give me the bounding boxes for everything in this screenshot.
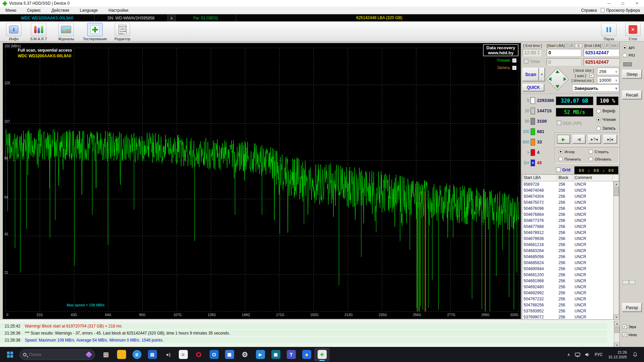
journals-button[interactable] bbox=[58, 23, 74, 36]
tray-expand-icon[interactable]: ∧ bbox=[565, 352, 573, 357]
media-volume-icon[interactable]: ◄) bbox=[160, 348, 175, 361]
settings-gear-icon[interactable]: ⚙ bbox=[237, 348, 253, 361]
store-icon[interactable]: ▤ bbox=[145, 348, 160, 361]
menu-help[interactable]: Справка bbox=[577, 8, 601, 13]
column-header-block[interactable]: Block bbox=[557, 175, 573, 181]
blue-app-icon[interactable]: ▦ bbox=[222, 348, 237, 361]
api-radio[interactable]: API bbox=[623, 46, 635, 50]
stop-button[interactable]: × bbox=[625, 23, 641, 36]
language-indicator[interactable]: РУС bbox=[592, 352, 605, 357]
log-scroll-up-icon[interactable]: ▲ bbox=[614, 321, 620, 326]
table-row[interactable]: 504674304256UNCR bbox=[522, 193, 613, 199]
end-lba-input[interactable]: 625142447 bbox=[584, 49, 619, 56]
menu-actions[interactable]: Действия bbox=[46, 8, 75, 13]
table-row[interactable]: 504677376256UNCR bbox=[522, 218, 613, 224]
remap-radio[interactable]: Починить bbox=[558, 157, 581, 161]
table-row[interactable]: 537693952256UNCR bbox=[522, 308, 613, 314]
sleep-button[interactable]: Sleep bbox=[622, 70, 642, 78]
write-radio[interactable]: Запись bbox=[596, 126, 615, 131]
start-lba-cur-button[interactable]: CUR bbox=[566, 43, 574, 48]
table-row[interactable]: 504768256256UNCR bbox=[522, 302, 613, 308]
drive-model-tab[interactable]: WDC WD3200AAKS-00L9A0 bbox=[0, 14, 95, 22]
read-checkbox[interactable]: ✓ bbox=[512, 58, 517, 63]
auto-checkbox[interactable]: ✓ bbox=[590, 73, 594, 77]
table-row[interactable]: 504681216256UNCR bbox=[522, 242, 613, 248]
menu-language[interactable]: Language bbox=[74, 8, 103, 13]
table-row[interactable]: 504676096256UNCR bbox=[522, 205, 613, 212]
block-size-select[interactable]: 256 bbox=[597, 68, 619, 75]
table-row[interactable]: 504677888256UNCR bbox=[522, 224, 613, 230]
seek-question-button[interactable]: ▸?◂ bbox=[588, 135, 601, 143]
table-row[interactable]: 504675072256UNCR bbox=[522, 199, 613, 205]
passp-button[interactable]: Passp bbox=[622, 303, 642, 312]
menu-settings[interactable]: Настройки bbox=[103, 8, 134, 13]
network-icon[interactable] bbox=[573, 352, 583, 357]
column-header-comment[interactable]: Comment bbox=[573, 175, 613, 181]
volume-icon[interactable] bbox=[583, 352, 592, 357]
table-row[interactable]: 504767232256UNCR bbox=[522, 296, 613, 302]
nav-down-icon[interactable] bbox=[555, 85, 559, 88]
grid-checkbox[interactable] bbox=[556, 168, 560, 172]
column-header-start-lba[interactable]: Start LBA bbox=[522, 175, 557, 181]
nav-left-icon[interactable] bbox=[548, 77, 551, 81]
mini-button-2[interactable] bbox=[629, 280, 635, 284]
table-row[interactable]: 504674048256UNCR bbox=[522, 187, 613, 193]
testing-button[interactable] bbox=[87, 23, 103, 36]
end-lba-max-button[interactable]: MAX bbox=[610, 43, 619, 48]
ignore-radio[interactable]: Игнор bbox=[558, 149, 575, 154]
tab-close-button[interactable]: x bbox=[168, 14, 176, 22]
play-back-button[interactable]: ◀ bbox=[573, 135, 585, 143]
info-button[interactable]: i bbox=[6, 23, 21, 36]
mini-button-1[interactable] bbox=[623, 280, 629, 284]
table-row[interactable]: 504676864256UNCR bbox=[522, 212, 613, 218]
table-row[interactable]: 504685824256UNCR bbox=[522, 260, 613, 266]
table-row[interactable]: 504692992256UNCR bbox=[522, 290, 613, 296]
scan-dropdown-button[interactable]: ▾ bbox=[539, 68, 545, 81]
end-lba-cur-button[interactable]: CUR bbox=[601, 43, 610, 48]
smart-button[interactable] bbox=[31, 23, 46, 36]
edge-browser-icon[interactable]: e bbox=[129, 348, 145, 361]
maximize-button[interactable]: □ bbox=[616, 1, 630, 6]
menu-menu[interactable]: Меню bbox=[0, 8, 21, 13]
defender-shield-icon[interactable]: ◆ bbox=[299, 348, 314, 361]
quick-button[interactable]: QUICK bbox=[523, 84, 544, 91]
end-action-select[interactable]: Завершить bbox=[572, 84, 619, 92]
start-lba-input[interactable]: 0 bbox=[547, 49, 581, 56]
play-forward-button[interactable]: ▶ bbox=[557, 135, 570, 143]
tray-clock[interactable]: 21:26 31.12.2025 bbox=[605, 350, 630, 359]
minimize-button[interactable]: ─ bbox=[602, 1, 616, 6]
ddd-api-checkbox[interactable] bbox=[557, 121, 561, 125]
outlook-icon[interactable]: O bbox=[206, 348, 222, 361]
scrollbar-thumb[interactable] bbox=[614, 187, 619, 196]
end-time-spinner[interactable]: 12:00▲▼ bbox=[523, 49, 541, 56]
victoria-app-icon[interactable]: + bbox=[314, 348, 330, 361]
table-row[interactable]: 504692480256UNCR bbox=[522, 284, 613, 290]
table-row[interactable]: 504683264256UNCR bbox=[522, 248, 613, 254]
menu-service[interactable]: Сервис bbox=[21, 8, 46, 13]
erase-radio[interactable]: Стереть bbox=[589, 149, 609, 154]
close-button[interactable]: × bbox=[630, 1, 644, 6]
opera-browser-icon[interactable]: O bbox=[191, 348, 206, 361]
nav-diamond[interactable] bbox=[545, 67, 570, 91]
nav-right-icon[interactable] bbox=[564, 77, 567, 81]
scan-button[interactable]: Scan bbox=[523, 68, 539, 81]
table-row[interactable]: 504679936256UNCR bbox=[522, 236, 613, 242]
notifications-bell-icon[interactable] bbox=[630, 352, 640, 357]
teams-icon[interactable]: T bbox=[283, 348, 299, 361]
hints-checkbox-row[interactable]: ✓Hints bbox=[623, 333, 637, 337]
taskbar-search[interactable] bbox=[19, 349, 95, 360]
table-scrollbar[interactable]: ▲ ▼ bbox=[613, 181, 619, 320]
timer-value-input[interactable]: 0 bbox=[547, 58, 581, 66]
menu-buffer-view[interactable]: Просмотр буфера bbox=[606, 8, 644, 13]
notepad-icon[interactable]: ≡ bbox=[175, 348, 191, 361]
task-view-icon[interactable]: ⊞ bbox=[98, 348, 114, 361]
table-row[interactable]: 504690944256UNCR bbox=[522, 266, 613, 272]
sound-checkbox-row[interactable]: ✓Звук bbox=[623, 324, 636, 329]
media-player-icon[interactable]: ▶ bbox=[253, 348, 268, 361]
scroll-down-icon[interactable]: ▼ bbox=[613, 314, 619, 320]
verify-radio[interactable]: Вериф. bbox=[596, 109, 616, 113]
start-lba-zero-button[interactable]: 0 bbox=[575, 43, 582, 48]
table-row[interactable]: 504685056256UNCR bbox=[522, 254, 613, 260]
seek-end-button[interactable]: ▸|◂ bbox=[603, 135, 617, 143]
pio-radio[interactable]: PIO bbox=[623, 53, 635, 57]
